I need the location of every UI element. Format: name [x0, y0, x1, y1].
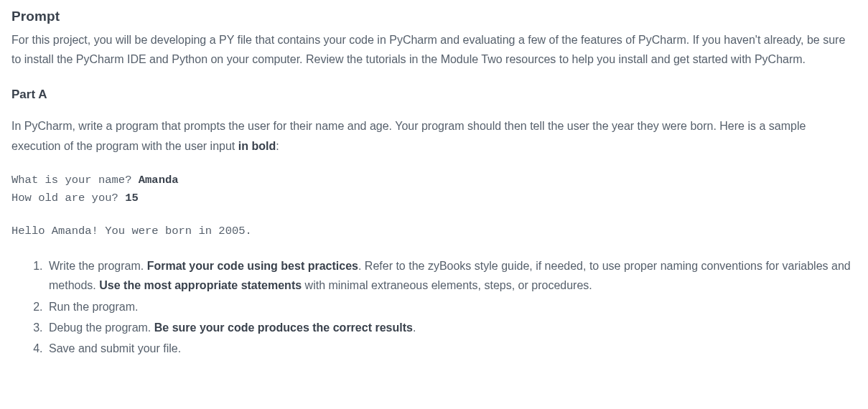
intro-suffix: : [276, 140, 279, 152]
sample-line1-input: Amanda [139, 174, 179, 187]
sample-line1-prompt: What is your name? [11, 174, 139, 187]
step-bold: Use the most appropriate statements [99, 279, 302, 291]
steps-list: Write the program. Format your code usin… [11, 256, 857, 358]
step-text: Write the program. [49, 260, 147, 272]
sample-input-block: What is your name? Amanda How old are yo… [11, 171, 857, 207]
sample-line2-prompt: How old are you? [11, 192, 125, 204]
intro-bold: in bold [238, 140, 276, 152]
sample-line2-input: 15 [125, 192, 139, 204]
step-2: Run the program. [46, 297, 857, 316]
step-text: . [413, 321, 416, 334]
part-a-intro: In PyCharm, write a program that prompts… [11, 116, 857, 155]
step-4: Save and submit your file. [46, 339, 857, 358]
prompt-heading: Prompt [11, 9, 857, 24]
part-a-heading: Part A [11, 88, 857, 102]
step-text: with minimal extraneous elements, steps,… [302, 279, 592, 291]
prompt-intro: For this project, you will be developing… [11, 30, 857, 69]
step-text: Debug the program. [49, 321, 154, 334]
step-bold: Format your code using best practices [147, 260, 358, 272]
sample-output-block: Hello Amanda! You were born in 2005. [11, 222, 857, 240]
step-1: Write the program. Format your code usin… [46, 256, 857, 295]
intro-text: In PyCharm, write a program that prompts… [11, 120, 806, 151]
step-bold: Be sure your code produces the correct r… [154, 321, 413, 334]
document-body: Prompt For this project, you will be dev… [0, 0, 868, 374]
step-3: Debug the program. Be sure your code pro… [46, 318, 857, 337]
